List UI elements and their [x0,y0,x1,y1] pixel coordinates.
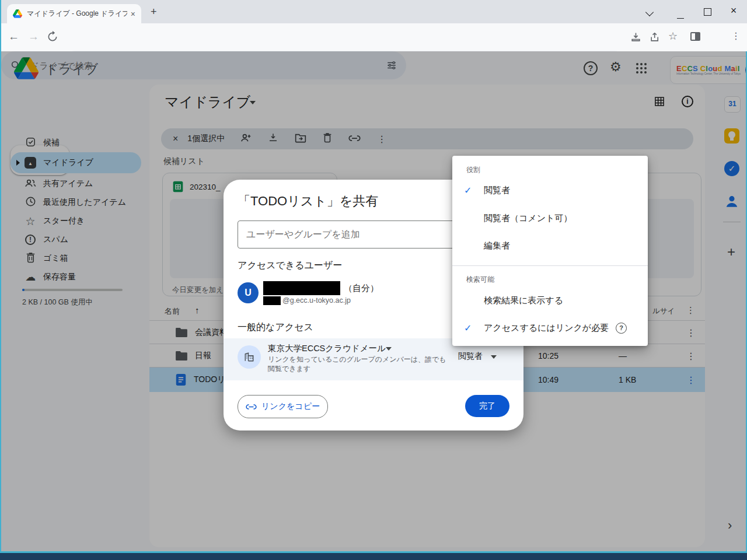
browser-titlebar: マイドライブ - Google ドライブ × + × [0,0,747,23]
group-avatar [238,345,261,369]
dialog-title: 「TODOリスト」を共有 [238,192,378,210]
role-dropdown-menu: 役割 ✓ 閲覧者 閲覧者（コメント可） 編集者 検索可能 検索結果に表示する ✓… [452,156,648,346]
bookmark-star-icon[interactable]: ☆ [668,30,678,43]
menu-divider [452,265,648,266]
group-name[interactable]: 東京大学ECCSクラウドメール [268,343,386,354]
help-circle-icon[interactable]: ? [616,323,627,334]
window-close-button[interactable]: × [720,5,747,17]
share-icon[interactable] [650,32,661,43]
role-selector[interactable]: 閲覧者 [458,351,483,362]
owner-email: @g.ecc.u-tokyo.ac.jp [282,296,351,304]
people-with-access-heading: アクセスできるユーザー [238,260,342,272]
redacted-owner-name [263,281,340,295]
menu-item-editor[interactable]: 編集者 [452,233,648,258]
window-minimize-button[interactable] [677,10,684,21]
copy-link-button[interactable]: リンクをコピー [238,395,328,418]
drive-favicon-icon [13,9,22,18]
window-chevron-icon[interactable] [647,7,652,18]
done-button[interactable]: 完了 [465,395,509,417]
side-panel-icon[interactable] [690,32,700,41]
organization-building-icon [244,352,254,362]
menu-item-link-required[interactable]: ✓ アクセスするにはリンクが必要 ? [452,315,648,341]
owner-avatar: U [238,282,259,303]
group-access-description: リンクを知っているこのグループのメンバーは、誰でも閲覧できます [268,355,449,373]
page-download-icon[interactable] [630,32,641,43]
check-icon: ✓ [464,323,479,334]
window-bottom-bar [0,553,747,560]
menu-item-viewer[interactable]: ✓ 閲覧者 [452,177,648,203]
role-caret-icon[interactable] [491,355,497,359]
browser-menu-icon[interactable]: ⋮ [731,30,741,41]
window-maximize-button[interactable] [704,8,711,18]
browser-tab[interactable]: マイドライブ - Google ドライブ × [7,4,141,23]
general-access-heading: 一般的なアクセス [238,321,313,334]
group-caret-icon[interactable] [386,347,392,351]
role-section-header: 役割 [466,165,480,175]
reload-button[interactable] [47,31,58,43]
menu-item-commenter[interactable]: 閲覧者（コメント可） [452,205,648,231]
back-button[interactable]: ← [8,30,19,43]
searchable-section-header: 検索可能 [466,275,494,285]
new-tab-button[interactable]: + [151,6,157,18]
tab-close-icon[interactable]: × [131,9,135,19]
window-edge [0,0,1,553]
forward-button[interactable]: → [28,30,39,43]
link-icon [246,404,257,410]
check-icon: ✓ [464,185,479,196]
tab-title: マイドライブ - Google ドライブ [27,9,127,19]
browser-toolbar: ← → drive.google.com/drive/my-drive ☆ U … [0,23,747,51]
redacted-email-prefix [263,296,281,305]
menu-item-show-in-search[interactable]: 検索結果に表示する [452,288,648,313]
owner-self-label: （自分） [344,283,379,294]
